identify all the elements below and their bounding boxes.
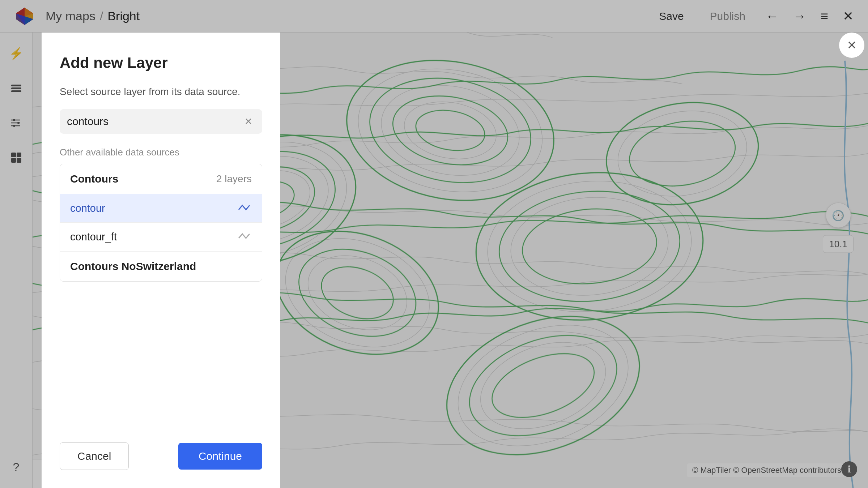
layer-group-noswitzerland: Contours NoSwitzerland (60, 251, 262, 281)
other-sources-label: Other available data sources (60, 147, 262, 158)
add-layer-modal: Add new Layer Select source layer from i… (42, 33, 280, 488)
layer-line-icon-contour-ft (237, 231, 252, 243)
layer-group-contours: Contours 2 layers (60, 164, 262, 194)
modal-close-button[interactable]: ✕ (839, 33, 864, 58)
layer-item-contour-ft[interactable]: contour_ft (60, 223, 262, 251)
continue-button[interactable]: Continue (178, 443, 262, 470)
layer-group-name-contours: Contours (70, 173, 118, 185)
layer-group-count-contours: 2 layers (216, 173, 252, 185)
layer-list: Contours 2 layers contour contour_ft Con… (60, 164, 262, 282)
search-clear-button[interactable]: ✕ (242, 115, 255, 128)
modal-footer: Cancel Continue (60, 428, 262, 470)
layer-item-contour[interactable]: contour (60, 194, 262, 223)
modal-title: Add new Layer (60, 54, 262, 72)
modal-subtitle: Select source layer from its data source… (60, 86, 262, 98)
layer-item-name-contour-ft: contour_ft (70, 231, 117, 243)
layer-line-icon-contour (237, 202, 252, 214)
layer-group-name-noswitzerland: Contours NoSwitzerland (70, 260, 196, 273)
cancel-button[interactable]: Cancel (60, 442, 129, 470)
search-input[interactable] (67, 115, 236, 128)
search-bar: ✕ (60, 109, 262, 134)
layer-item-name-contour: contour (70, 202, 105, 214)
